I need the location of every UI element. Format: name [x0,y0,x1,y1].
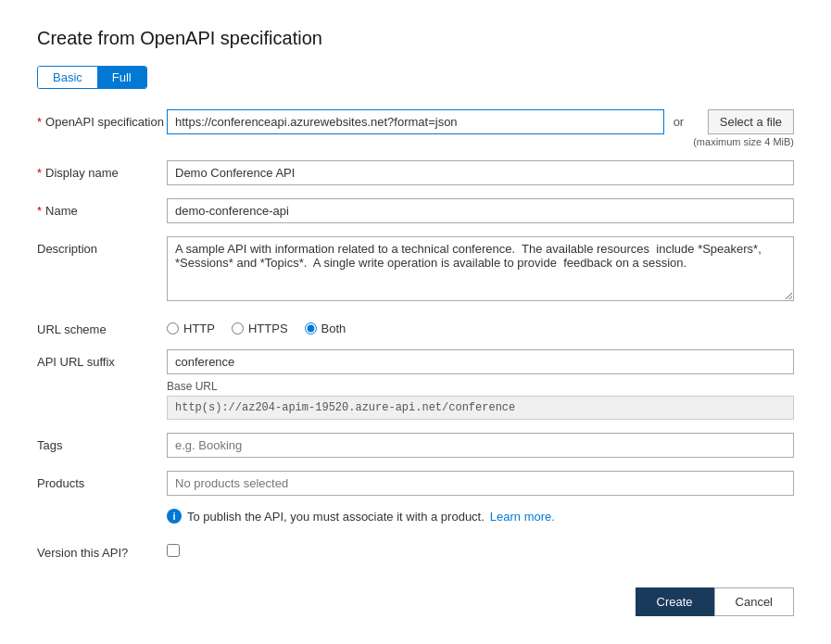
create-button[interactable]: Create [636,587,714,616]
or-label: or [674,109,685,129]
display-name-input[interactable] [167,160,794,185]
radio-https[interactable]: HTTPS [232,322,288,335]
api-url-suffix-control: Base URL http(s)://az204-apim-19520.azur… [167,349,794,420]
display-name-row: *Display name [37,160,794,185]
base-url-label: Base URL [167,380,794,393]
cancel-button[interactable]: Cancel [714,587,794,616]
products-input[interactable] [167,471,794,496]
publish-info-row: i To publish the API, you must associate… [167,509,794,524]
publish-info-text: To publish the API, you must associate i… [187,510,485,524]
radio-both-input[interactable] [305,322,317,335]
version-api-checkbox-row [167,540,794,557]
radio-http-input[interactable] [167,322,179,335]
url-scheme-radio-group: HTTP HTTPS Both [167,317,794,335]
url-scheme-label: URL scheme [37,317,167,336]
form: *OpenAPI specification or Select a file … [37,109,794,560]
learn-more-link[interactable]: Learn more. [490,510,555,524]
openapi-spec-input[interactable] [167,109,664,134]
description-control: A sample API with information related to… [167,236,794,304]
radio-both-label: Both [321,322,346,335]
select-file-wrap: Select a file (maximum size 4 MiB) [693,109,794,147]
radio-both[interactable]: Both [305,322,346,335]
display-name-control [167,160,794,185]
radio-http[interactable]: HTTP [167,322,215,335]
products-label: Products [37,471,167,490]
version-api-label: Version this API? [37,540,167,560]
api-url-suffix-input[interactable] [167,349,794,374]
version-api-control [167,540,794,557]
tab-basic[interactable]: Basic [38,67,97,88]
products-row: Products [37,471,794,496]
api-url-suffix-label: API URL suffix [37,349,167,369]
name-control [167,198,794,223]
name-input[interactable] [167,198,794,223]
openapi-spec-control: or Select a file (maximum size 4 MiB) [167,109,794,147]
tags-input[interactable] [167,433,794,458]
name-row: *Name [37,198,794,223]
url-scheme-control: HTTP HTTPS Both [167,317,794,335]
description-label: Description [37,236,167,256]
required-marker: * [37,115,42,129]
products-control [167,471,794,496]
page-title: Create from OpenAPI specification [37,28,794,49]
tab-full[interactable]: Full [97,67,146,88]
api-url-suffix-row: API URL suffix Base URL http(s)://az204-… [37,349,794,420]
name-label: *Name [37,198,167,218]
openapi-spec-label: *OpenAPI specification [37,109,167,129]
openapi-input-wrap [167,109,664,134]
openapi-input-row: or Select a file (maximum size 4 MiB) [167,109,794,147]
radio-https-input[interactable] [232,322,244,335]
base-url-section: Base URL http(s)://az204-apim-19520.azur… [167,380,794,420]
tab-bar: Basic Full [37,66,147,89]
file-size-note: (maximum size 4 MiB) [693,136,794,147]
display-name-label: *Display name [37,160,167,180]
tags-control [167,433,794,458]
radio-https-label: HTTPS [248,322,288,335]
url-scheme-row: URL scheme HTTP HTTPS Both [37,317,794,336]
footer-buttons: Create Cancel [37,587,794,616]
description-row: Description A sample API with informatio… [37,236,794,304]
select-file-button[interactable]: Select a file [708,109,794,134]
openapi-spec-row: *OpenAPI specification or Select a file … [37,109,794,147]
info-icon: i [167,509,182,524]
radio-http-label: HTTP [183,322,215,335]
tags-row: Tags [37,433,794,458]
version-api-row: Version this API? [37,540,794,560]
base-url-value: http(s)://az204-apim-19520.azure-api.net… [167,396,794,420]
description-textarea[interactable]: A sample API with information related to… [167,236,794,301]
tags-label: Tags [37,433,167,452]
version-api-checkbox[interactable] [167,544,180,557]
